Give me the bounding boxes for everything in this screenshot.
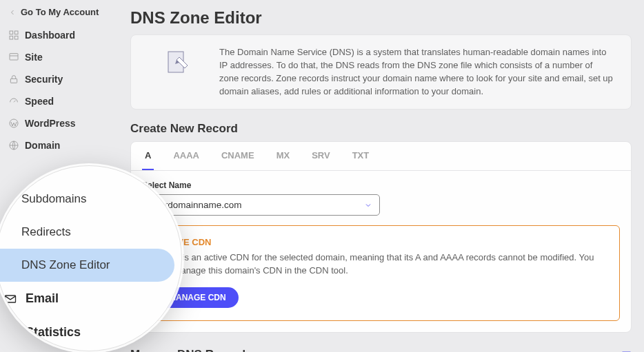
nav-label: Dashboard [25, 30, 75, 41]
document-edit-icon [164, 49, 192, 76]
page-title: DNS Zone Editor [130, 8, 632, 28]
nav-email-magnified[interactable]: Email [0, 282, 181, 315]
dashboard-icon [8, 30, 19, 41]
back-label: Go To My Account [21, 7, 99, 17]
domain-select[interactable]: yourdomainname.com [142, 194, 380, 216]
info-card: The Domain Name Service (DNS) is a syste… [130, 34, 632, 110]
nav-site[interactable]: Site [6, 46, 121, 68]
tab-txt[interactable]: TXT [350, 142, 372, 170]
nav-domain[interactable]: Domain [6, 134, 121, 156]
tab-mx[interactable]: MX [274, 142, 293, 170]
nav-speed[interactable]: Speed [6, 90, 121, 112]
nav-email-label: Email [26, 291, 59, 306]
filter-icon[interactable] [621, 350, 632, 352]
svg-rect-5 [10, 79, 17, 83]
nav-security[interactable]: Security [6, 68, 121, 90]
cdn-notice-text: There is an active CDN for the selected … [157, 251, 605, 278]
select-name-label: Select Name [142, 180, 620, 190]
sidebar-magnifier: Subdomains Redirects DNS Zone Editor Ema… [0, 165, 182, 351]
tab-aaaa[interactable]: AAAA [170, 142, 202, 170]
nav-label: Site [25, 52, 43, 63]
wordpress-icon [8, 118, 19, 129]
nav-wordpress[interactable]: WordPress [6, 112, 121, 134]
svg-rect-0 [10, 31, 13, 34]
svg-rect-3 [14, 36, 18, 39]
arrow-left-icon [8, 8, 17, 17]
tab-a[interactable]: A [142, 142, 154, 170]
svg-rect-1 [14, 31, 18, 34]
create-record-card: A AAAA CNAME MX SRV TXT Select Name your… [130, 141, 632, 333]
nav-label: Domain [25, 140, 60, 151]
svg-rect-2 [10, 36, 13, 39]
cdn-notice-title: ACTIVE CDN [157, 237, 605, 247]
chevron-down-icon [364, 201, 372, 209]
info-text: The Domain Name Service (DNS) is a syste… [219, 46, 614, 98]
manage-records-title: Manage DNS Records [130, 348, 252, 352]
lock-icon [8, 74, 19, 85]
globe-icon [8, 140, 19, 151]
nav-dashboard[interactable]: Dashboard [6, 24, 121, 46]
tab-cname[interactable]: CNAME [219, 142, 257, 170]
subnav-redirects[interactable]: Redirects [0, 216, 181, 249]
record-type-tabs: A AAAA CNAME MX SRV TXT [131, 142, 631, 171]
speed-icon [8, 96, 19, 107]
svg-rect-9 [6, 296, 16, 302]
nav-label: Security [25, 74, 63, 85]
site-icon [8, 52, 19, 63]
subnav-dns-zone-editor[interactable]: DNS Zone Editor [0, 249, 174, 282]
back-to-account-link[interactable]: Go To My Account [6, 3, 121, 24]
nav-label: WordPress [25, 118, 76, 129]
create-record-title: Create New Record [130, 122, 632, 136]
tab-srv[interactable]: SRV [309, 142, 333, 170]
main-content: DNS Zone Editor The Domain Name Service … [121, 0, 644, 352]
svg-rect-4 [10, 54, 18, 60]
active-cdn-notice: ACTIVE CDN There is an active CDN for th… [142, 225, 620, 321]
nav-label: Speed [25, 96, 54, 107]
